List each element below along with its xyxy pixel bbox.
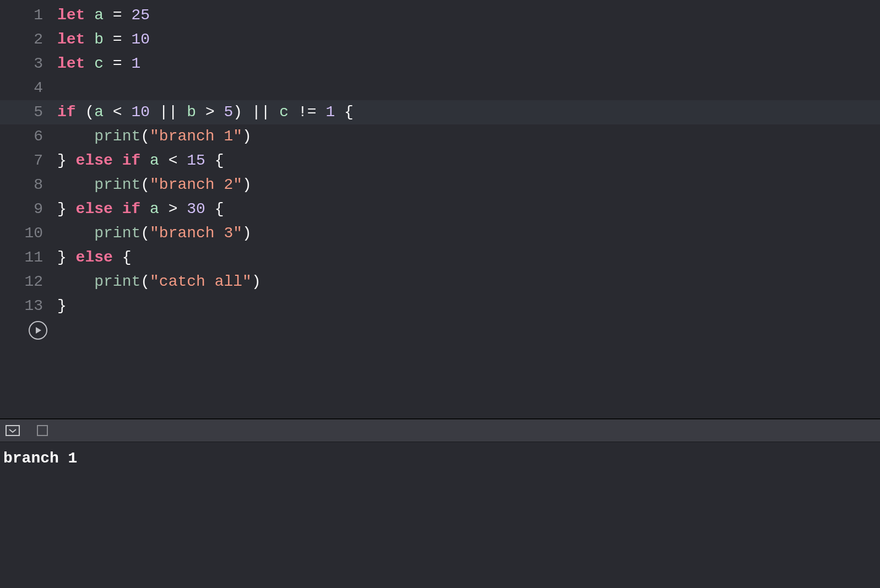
console-output-panel[interactable]: branch 1 xyxy=(0,442,880,588)
svg-rect-2 xyxy=(37,426,47,435)
code-editor[interactable]: 1let a = 252let b = 103let c = 145if (a … xyxy=(0,0,880,418)
debug-toolbar xyxy=(0,419,880,442)
code-content[interactable]: print("branch 2") xyxy=(57,173,252,197)
code-content[interactable]: print("catch all") xyxy=(57,270,261,294)
line-number: 4 xyxy=(0,76,57,100)
code-content[interactable]: } else if a > 30 { xyxy=(57,197,224,221)
code-line[interactable]: 7} else if a < 15 { xyxy=(0,149,880,173)
code-content[interactable]: } else if a < 15 { xyxy=(57,149,224,173)
code-line[interactable]: 10 print("branch 3") xyxy=(0,221,880,246)
line-number: 13 xyxy=(0,294,57,318)
line-number: 9 xyxy=(0,197,57,221)
code-content[interactable]: let c = 1 xyxy=(57,52,140,76)
code-line[interactable]: 12 print("catch all") xyxy=(0,270,880,294)
line-number: 11 xyxy=(0,246,57,270)
console-line: branch 1 xyxy=(3,450,874,467)
line-number: 10 xyxy=(0,221,57,246)
line-number: 3 xyxy=(0,52,57,76)
code-line[interactable]: 8 print("branch 2") xyxy=(0,173,880,197)
code-line[interactable]: 5if (a < 10 || b > 5) || c != 1 { xyxy=(0,100,880,124)
svg-marker-0 xyxy=(36,327,41,334)
code-line[interactable]: 4 xyxy=(0,76,880,100)
code-line[interactable]: 3let c = 1 xyxy=(0,52,880,76)
line-number: 8 xyxy=(0,173,57,197)
code-line[interactable]: 2let b = 10 xyxy=(0,28,880,52)
line-number: 7 xyxy=(0,149,57,173)
run-playground-button[interactable] xyxy=(29,321,47,340)
code-line[interactable]: 9} else if a > 30 { xyxy=(0,197,880,221)
code-line[interactable]: 13} xyxy=(0,294,880,318)
code-line[interactable]: 11} else { xyxy=(0,246,880,270)
code-line[interactable]: 1let a = 25 xyxy=(0,3,880,28)
svg-rect-1 xyxy=(6,426,19,435)
line-number: 1 xyxy=(0,3,57,28)
code-content[interactable]: print("branch 3") xyxy=(57,221,252,246)
code-content[interactable]: let a = 25 xyxy=(57,3,150,28)
code-content[interactable]: } xyxy=(57,294,67,318)
code-content[interactable]: } else { xyxy=(57,246,131,270)
code-line[interactable]: 6 print("branch 1") xyxy=(0,124,880,149)
line-number: 6 xyxy=(0,124,57,149)
code-content[interactable]: if (a < 10 || b > 5) || c != 1 { xyxy=(57,100,354,124)
line-number: 5 xyxy=(0,100,57,124)
code-content[interactable]: let b = 10 xyxy=(57,28,150,52)
code-content[interactable]: print("branch 1") xyxy=(57,124,252,149)
variables-view-button[interactable] xyxy=(35,423,50,438)
line-number: 2 xyxy=(0,28,57,52)
line-number: 12 xyxy=(0,270,57,294)
console-toggle-button[interactable] xyxy=(6,423,20,438)
